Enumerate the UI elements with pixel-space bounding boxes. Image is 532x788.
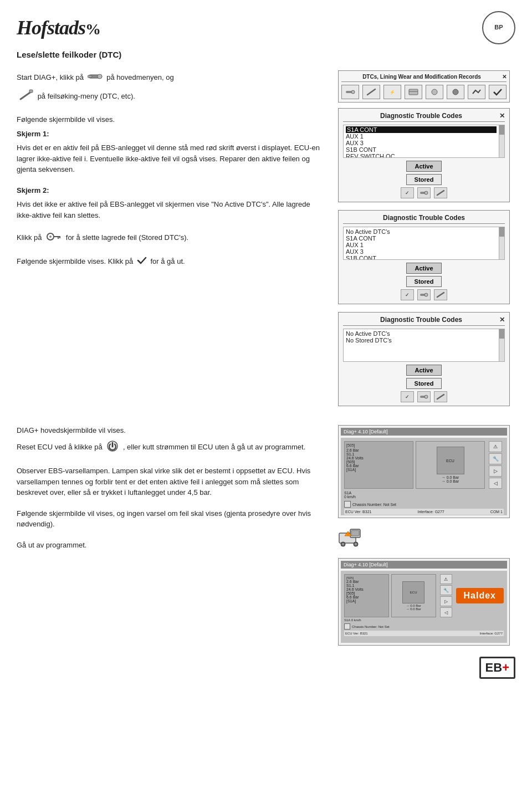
dtc1-btn-row: Active <box>343 161 505 172</box>
key-icon <box>46 231 62 246</box>
top-panel-close[interactable]: ✕ <box>502 74 507 80</box>
diag2-icon-4[interactable]: ◁ <box>440 607 452 617</box>
panel-icon-1[interactable] <box>341 85 359 99</box>
bar-display: → 0.0 Bar <box>442 475 459 479</box>
diag-screen-1: Diag+ 4.10 [Default] [505] 2.6 Bar S1.1 … <box>338 425 510 518</box>
section-diag-main: DIAG+ hovedskjermbilde vil vises. Reset … <box>17 425 327 456</box>
diag2-s1a: S1A 0 km/h <box>344 618 504 622</box>
dtc1-stored-btn[interactable]: Stored <box>406 174 442 185</box>
svg-point-1 <box>98 74 102 79</box>
start-diag-text1: Start DIAG+, klikk på <box>17 73 84 81</box>
diag2-icon-1[interactable]: ⚠ <box>440 574 452 584</box>
checkbox-row: Chassis Number: Not Set <box>344 501 504 508</box>
bottom-logos: EB + <box>17 657 515 679</box>
dtc2-tool-wrench2[interactable] <box>434 289 447 300</box>
logo-hofstads: Hofstads% <box>17 16 100 39</box>
dtc-panel-3: Diagnostic Trouble Codes ✕ No Active DTC… <box>338 312 510 406</box>
skjerm2-title: Skjerm 2: <box>17 186 49 195</box>
dtc3-toolbar: ✓ <box>343 391 505 402</box>
panel-icon-5[interactable] <box>426 85 443 99</box>
dtc1-scrollbar[interactable] <box>499 125 504 157</box>
panel-icon-7[interactable] <box>468 85 485 99</box>
svg-point-33 <box>355 543 357 545</box>
diag2-icon-2[interactable]: 🔧 <box>440 585 452 595</box>
interface-2: Interface: G277 <box>480 632 503 635</box>
dtc1-active-btn[interactable]: Active <box>406 161 441 172</box>
ecu-diagram-2: ECU <box>402 581 424 603</box>
skjerm1-text: Hvis det er en aktiv feil på EBS-anlegge… <box>17 144 320 173</box>
section-klikk-slett: Klikk på for å slette lagrede feil (Stor… <box>17 231 327 246</box>
dtc3-scrollbar[interactable] <box>499 329 504 361</box>
panel-icon-6[interactable] <box>447 85 464 99</box>
dtc2-tool-wrench1[interactable] <box>417 289 431 300</box>
dtc1-tool-wrench2[interactable] <box>434 187 447 198</box>
dtc3-item-0: No Active DTC's <box>346 330 497 337</box>
diag-screen-2: Diag+ 4.10 [Default] [505] 2.6 Bar S1.1 … <box>338 558 510 646</box>
haldex-badge: Haldex <box>456 588 504 603</box>
diag-body-1: [505] 2.6 Bar S1.1 24.6 Volts [505] 6.6 … <box>341 438 507 515</box>
dtc3-active-btn[interactable]: Active <box>406 365 441 376</box>
right-icon-1[interactable]: ⚠ <box>489 441 502 452</box>
logo-symbol: % <box>85 21 100 38</box>
dtc2-stored-btn[interactable]: Stored <box>406 276 442 287</box>
folgende2-text1: Følgende skjermbilde vises. Klikk på <box>17 257 133 265</box>
panel-icon-3[interactable]: ⚡ <box>383 85 401 99</box>
klikk-text2: for å slette lagrede feil (Stored DTC's)… <box>66 233 188 242</box>
dtc1-stored-row: Stored <box>343 174 505 185</box>
right-icon-2[interactable]: 🔧 <box>489 453 502 464</box>
dtc3-close[interactable]: ✕ <box>499 316 505 324</box>
dtc1-title: Diagnostic Trouble Codes <box>380 112 462 120</box>
diag-status-bar: ECU Ver: B321 Interface: G277 COM 1 <box>344 509 504 515</box>
dtc3-stored-btn[interactable]: Stored <box>406 378 442 389</box>
right-icon-4[interactable]: ◁ <box>489 478 502 489</box>
dtc2-item-0: No Active DTC's <box>346 228 497 235</box>
dtc1-tool-wrench1[interactable] <box>417 187 431 198</box>
panel-icon-2[interactable] <box>362 85 380 99</box>
start-diag-text2: på hovedmenyen, og <box>106 73 173 81</box>
ecu-ver-2: ECU Ver: B321 <box>345 632 368 635</box>
dtc1-item-4: REV SWITCH OC <box>346 153 497 158</box>
dtc3-list: No Active DTC's No Stored DTC's <box>344 329 499 361</box>
svg-point-21 <box>424 293 428 296</box>
svg-rect-29 <box>351 530 359 536</box>
svg-line-25 <box>437 395 444 399</box>
dtc2-toolbar: ✓ <box>343 289 505 300</box>
bp-logo: BP <box>482 11 515 44</box>
dtc2-btn-row: Active <box>343 263 505 274</box>
top-right-dtc-panel: DTCs, Lining Wear and Modification Recor… <box>338 70 510 103</box>
svg-point-15 <box>432 89 437 95</box>
diag-titlebar-1: Diag+ 4.10 [Default] <box>341 428 507 436</box>
dtc3-tool-check[interactable]: ✓ <box>401 391 414 402</box>
dtc2-active-btn[interactable]: Active <box>406 263 441 274</box>
skjerm1-title: Skjerm 1: <box>17 130 49 138</box>
klikk-text1: Klikk på <box>17 233 42 242</box>
interface-1: Interface: G277 <box>418 510 444 514</box>
checkbox[interactable] <box>344 501 351 508</box>
section-folgende2: Følgende skjermbilde vises. Klikk på for… <box>17 256 327 268</box>
eb-text: EB <box>485 661 503 675</box>
diag-main-text: DIAG+ hovedskjermbilde vil vises. <box>17 426 126 434</box>
truck-warning-icon: ! <box>338 525 366 551</box>
eb-logo: EB + <box>479 657 515 679</box>
dtc-panel-2: Diagnostic Trouble Codes No Active DTC's… <box>338 210 510 304</box>
right-icon-3[interactable]: ▷ <box>489 465 502 477</box>
dtc2-item-1: S1A CONT <box>346 235 497 242</box>
dtc2-tool-check[interactable]: ✓ <box>401 289 414 300</box>
dtc1-close[interactable]: ✕ <box>499 112 505 120</box>
diag2-checkbox[interactable] <box>344 623 350 630</box>
dtc3-tool-wrench1[interactable] <box>417 391 431 402</box>
diag2-chassis: Chassis Number: Not Set <box>352 625 390 628</box>
panel-icon-4[interactable] <box>405 85 422 99</box>
dtc2-title: Diagnostic Trouble Codes <box>383 214 465 222</box>
folgende2-text2: for å gå ut. <box>151 257 185 265</box>
top-panel-title: DTCs, Lining Wear and Modification Recor… <box>362 74 481 80</box>
panel-icon-checkmark[interactable] <box>489 85 507 99</box>
dtc3-tool-wrench2[interactable] <box>434 391 447 402</box>
com-1: COM 1 <box>490 510 503 514</box>
dtc2-list-container: No Active DTC's S1A CONT AUX 1 AUX 3 S1B… <box>343 227 505 260</box>
diag2-icon-3[interactable]: ▷ <box>440 596 452 606</box>
dtc1-tool-check[interactable]: ✓ <box>401 187 414 198</box>
dtc2-scrollbar[interactable] <box>499 227 504 259</box>
dtc3-title: Diagnostic Trouble Codes <box>380 316 462 324</box>
section-observer: Observer EBS-varsellampen. Lampen skal v… <box>17 465 327 498</box>
